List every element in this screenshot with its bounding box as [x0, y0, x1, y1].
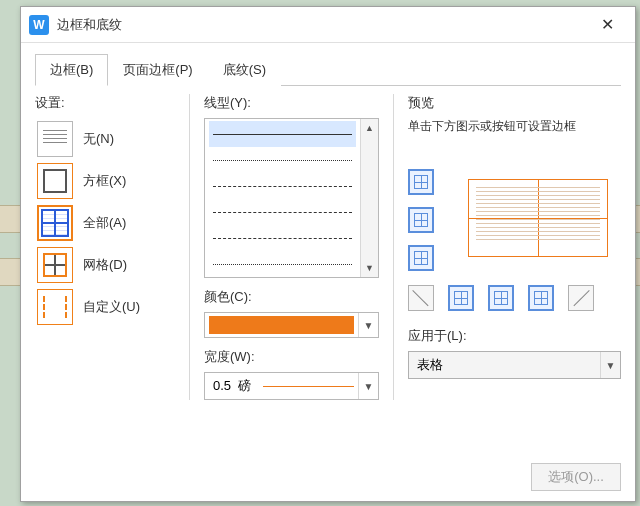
titlebar: W 边框和底纹 ✕	[21, 7, 635, 43]
preset-custom[interactable]: 自定义(U)	[35, 286, 175, 328]
scroll-up-icon[interactable]: ▲	[361, 119, 378, 137]
color-swatch	[209, 316, 354, 334]
preset-all[interactable]: 全部(A)	[35, 202, 175, 244]
settings-label: 设置:	[35, 94, 175, 112]
style-column: 线型(Y): ▲ ▼ 颜色(C):	[204, 94, 379, 400]
tabstrip: 边框(B) 页面边框(P) 底纹(S)	[35, 53, 621, 86]
preview-hint: 单击下方图示或按钮可设置边框	[408, 118, 621, 135]
color-label: 颜色(C):	[204, 288, 379, 306]
linestyle-listbox[interactable]: ▲ ▼	[204, 118, 379, 278]
preset-list: 无(N) 方框(X) 全部(A) 网格(D)	[35, 118, 175, 328]
linestyle-item-dotted-fine[interactable]	[209, 147, 356, 173]
tab-borders[interactable]: 边框(B)	[35, 54, 108, 86]
close-button[interactable]: ✕	[587, 10, 627, 40]
preview-label: 预览	[408, 94, 621, 112]
settings-column: 设置: 无(N) 方框(X) 全部(A)	[35, 94, 175, 400]
options-button: 选项(O)...	[531, 463, 621, 491]
preset-all-icon	[37, 205, 73, 241]
preset-grid-icon	[37, 247, 73, 283]
preset-box[interactable]: 方框(X)	[35, 160, 175, 202]
preview-table-icon[interactable]	[468, 179, 608, 257]
separator-1	[189, 94, 190, 400]
options-button-label: 选项(O)...	[548, 468, 604, 486]
tab-label: 底纹(S)	[223, 62, 266, 77]
border-top-button[interactable]	[408, 169, 434, 195]
preview-area	[408, 169, 621, 319]
separator-2	[393, 94, 394, 400]
linestyle-items	[205, 119, 360, 277]
apply-row: 应用于(L): 表格 ▼	[408, 327, 621, 379]
preview-column: 预览 单击下方图示或按钮可设置边框	[408, 94, 621, 400]
close-icon: ✕	[601, 15, 614, 34]
linestyle-label: 线型(Y):	[204, 94, 379, 112]
width-sample-line	[263, 386, 354, 387]
preset-all-label: 全部(A)	[83, 214, 126, 232]
preset-box-icon	[37, 163, 73, 199]
chevron-down-icon: ▼	[358, 313, 378, 337]
linestyle-item-dashed[interactable]	[209, 173, 356, 199]
chevron-down-icon: ▼	[358, 373, 378, 399]
chevron-down-icon: ▼	[600, 352, 620, 378]
preview-bottom-buttons	[408, 285, 594, 311]
linestyle-item-dashed-wide[interactable]	[209, 199, 356, 225]
tab-label: 页面边框(P)	[123, 62, 192, 77]
linestyle-scrollbar[interactable]: ▲ ▼	[360, 119, 378, 277]
width-value: 0.5 磅	[205, 377, 259, 395]
preview-side-buttons	[408, 169, 434, 271]
columns: 设置: 无(N) 方框(X) 全部(A)	[35, 94, 621, 400]
width-dropdown[interactable]: 0.5 磅 ▼	[204, 372, 379, 400]
border-left-button[interactable]	[448, 285, 474, 311]
tab-page-border[interactable]: 页面边框(P)	[108, 54, 207, 86]
tab-shading[interactable]: 底纹(S)	[208, 54, 281, 86]
border-diag-down-button[interactable]	[408, 285, 434, 311]
preset-box-label: 方框(X)	[83, 172, 126, 190]
preset-none[interactable]: 无(N)	[35, 118, 175, 160]
border-bottom-button[interactable]	[408, 245, 434, 271]
preset-grid-label: 网格(D)	[83, 256, 127, 274]
app-icon: W	[29, 15, 49, 35]
apply-label: 应用于(L):	[408, 327, 621, 345]
preset-none-icon	[37, 121, 73, 157]
preset-custom-label: 自定义(U)	[83, 298, 140, 316]
linestyle-item-dash-dot-dot[interactable]	[209, 251, 356, 277]
linestyle-item-dash-dot[interactable]	[209, 225, 356, 251]
dialog-body: 边框(B) 页面边框(P) 底纹(S) 设置: 无(N) 方框(X)	[21, 43, 635, 501]
preset-grid[interactable]: 网格(D)	[35, 244, 175, 286]
dialog-title: 边框和底纹	[57, 16, 587, 34]
border-vmiddle-button[interactable]	[488, 285, 514, 311]
preset-none-label: 无(N)	[83, 130, 114, 148]
border-right-button[interactable]	[528, 285, 554, 311]
tab-label: 边框(B)	[50, 62, 93, 77]
borders-shading-dialog: W 边框和底纹 ✕ 边框(B) 页面边框(P) 底纹(S) 设置: 无(N)	[20, 6, 636, 502]
scroll-down-icon[interactable]: ▼	[361, 259, 378, 277]
apply-to-value: 表格	[409, 356, 600, 374]
linestyle-item-solid[interactable]	[209, 121, 356, 147]
border-hmiddle-button[interactable]	[408, 207, 434, 233]
preset-custom-icon	[37, 289, 73, 325]
border-diag-up-button[interactable]	[568, 285, 594, 311]
color-dropdown[interactable]: ▼	[204, 312, 379, 338]
width-label: 宽度(W):	[204, 348, 379, 366]
apply-to-dropdown[interactable]: 表格 ▼	[408, 351, 621, 379]
